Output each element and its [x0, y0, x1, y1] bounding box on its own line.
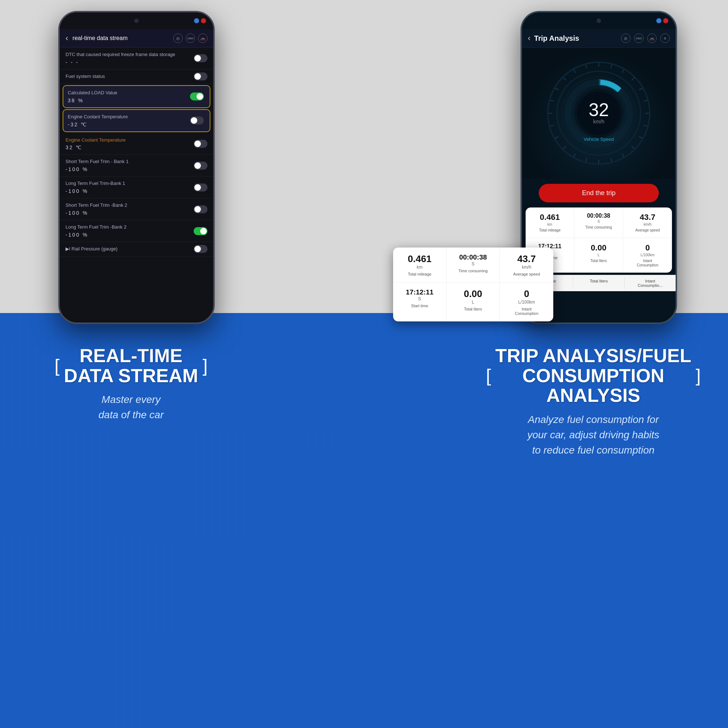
rts-item-dtc-value: - - -	[66, 59, 208, 65]
ta-title: Trip Analysis	[534, 34, 617, 43]
popup-mileage: 0.461 km Total mileage	[393, 248, 447, 283]
right-status-icons	[656, 18, 668, 23]
ta-car-icon[interactable]: 🚗	[647, 34, 657, 43]
left-phone: ‹ real-time data stream ◎ OBD 🚗 DTC that…	[58, 11, 215, 324]
stat-time-unit: S	[577, 219, 620, 223]
stat-mileage-unit: km	[529, 222, 571, 226]
rts-location-icon[interactable]: ◎	[173, 34, 183, 43]
bottom-left-caption: [ REAL-TIME DATA STREAM ] Master everyda…	[29, 346, 233, 423]
stat-liters-label: Total liters	[577, 259, 620, 263]
speedometer-container: 32 km/h Vehicle Speed	[522, 48, 676, 179]
svg-text:Vehicle Speed: Vehicle Speed	[583, 136, 614, 142]
rts-item-st-b2-toggle[interactable]	[194, 205, 208, 213]
bottom-right-caption: [ TRIP ANALYSIS/FUEL CONSUMPTION ANALYSI…	[480, 346, 706, 458]
svg-line-12	[611, 158, 612, 162]
stat-speed-unit: km/h	[626, 222, 669, 226]
stat-liters-unit: L	[577, 253, 620, 257]
popup-mileage-val: 0.461	[398, 253, 442, 265]
left-title-line1: REAL-TIME	[64, 346, 198, 366]
left-bracket-open: [	[55, 357, 60, 375]
rts-item-coolant-label: Engine Coolant Temperature	[68, 114, 205, 120]
left-title-line2: DATA STREAM	[64, 366, 198, 386]
ta-location-icon[interactable]: ◎	[621, 34, 630, 43]
right-camera-icon	[596, 18, 601, 23]
end-trip-button[interactable]: End the trip	[539, 184, 658, 202]
svg-line-14	[586, 158, 587, 162]
rts-item-coolant2: Engine Coolant Temperature 32 ℃	[60, 133, 213, 155]
left-caption-desc: Master everydata of the car	[29, 392, 233, 423]
rts-item-calc-load-toggle[interactable]	[190, 92, 204, 101]
rts-item-calc-load-value: 38 %	[68, 98, 205, 103]
page-layout: ‹ real-time data stream ◎ OBD 🚗 DTC that…	[0, 0, 728, 728]
rts-obd-icon[interactable]: OBD	[186, 34, 195, 43]
rts-item-lt-b2-value: -100 %	[66, 232, 208, 238]
rts-item-lt-b2-toggle[interactable]	[194, 227, 208, 235]
rts-item-fuel-sys: Fuel system status	[60, 70, 213, 84]
rts-item-coolant-value: -32 ℃	[68, 122, 205, 127]
right-title-line3: ANALYSIS	[496, 385, 691, 405]
left-status-icons	[194, 18, 206, 23]
popup-consump-val: 0	[504, 288, 549, 300]
svg-line-24	[586, 65, 587, 69]
rts-item-fuel-sys-label: Fuel system status	[66, 73, 208, 80]
svg-line-8	[644, 125, 648, 126]
ta-obd-icon[interactable]: OBD	[634, 34, 644, 43]
rts-back-icon[interactable]: ‹	[66, 34, 68, 43]
stat-consumption: 0 L/100km IntantConsumption	[623, 238, 672, 273]
rts-item-lt-b1: Long Term Fuel Trim-Bank 1 -100 %	[60, 177, 213, 198]
rts-item-coolant2-toggle[interactable]	[194, 140, 208, 148]
svg-line-6	[644, 100, 648, 101]
right-status-blue	[656, 18, 661, 23]
popup-liters-val: 0.00	[451, 288, 496, 300]
ta-header: ‹ Trip Analysis ◎ OBD 🚗 ≡	[522, 29, 676, 48]
left-phone-wrapper: ‹ real-time data stream ◎ OBD 🚗 DTC that…	[58, 11, 215, 324]
popup-start-unit: S	[398, 296, 442, 301]
rts-item-st-b1: Short Term Fuel Trim - Bank 1 -100 %	[60, 155, 213, 177]
svg-line-10	[632, 146, 635, 149]
popup-liters-lbl: Total liters	[451, 307, 496, 311]
rts-item-fuel-sys-toggle[interactable]	[194, 72, 208, 80]
svg-line-21	[555, 88, 558, 90]
svg-text:km/h: km/h	[593, 119, 604, 124]
footer-consump-label: IntantConsumptio...	[625, 277, 676, 289]
svg-line-16	[563, 146, 566, 149]
ta-menu-icon[interactable]: ≡	[660, 34, 670, 43]
right-title-line1: TRIP ANALYSIS/FUEL	[496, 346, 691, 366]
stat-time: 00:00:38 S Time consuming	[574, 208, 623, 238]
right-bracket-open: [	[486, 367, 491, 385]
svg-line-23	[574, 70, 575, 73]
svg-line-3	[622, 70, 624, 73]
popup-speed-val: 43.7	[504, 253, 549, 265]
popup-start-val: 17:12:11	[398, 288, 442, 296]
right-status-red	[663, 18, 668, 23]
rts-item-st-b1-label: Short Term Fuel Trim - Bank 1	[66, 159, 208, 165]
popup-mileage-lbl: Total mileage	[398, 272, 442, 276]
rts-item-st-b2: Short Term Fuel Trim -Bank 2 -100 %	[60, 198, 213, 220]
stat-time-value: 00:00:38	[577, 213, 620, 219]
popup-speed: 43.7 km/h Average speed	[500, 248, 553, 283]
status-red-dot	[201, 18, 206, 23]
rts-item-st-b1-value: -100 %	[66, 166, 208, 172]
svg-line-11	[622, 154, 624, 157]
rts-item-st-b2-value: -100 %	[66, 210, 208, 216]
ta-back-icon[interactable]: ‹	[528, 34, 530, 43]
popup-mileage-unit: km	[398, 265, 442, 270]
rts-item-lt-b1-label: Long Term Fuel Trim-Bank 1	[66, 180, 208, 187]
speedometer-svg: 32 km/h Vehicle Speed	[544, 59, 653, 168]
right-title-line2: CONSUMPTION	[496, 366, 691, 386]
popup-time-val: 00:00:38	[451, 253, 496, 262]
right-caption-desc: Analyze fuel consumption foryour car, ad…	[480, 412, 706, 458]
rts-item-coolant-toggle[interactable]	[190, 116, 204, 124]
rts-item-coolant2-label: Engine Coolant Temperature	[66, 137, 208, 144]
rts-header: ‹ real-time data stream ◎ OBD 🚗	[60, 29, 213, 48]
right-bracket-close: ]	[696, 367, 701, 385]
popup-speed-unit: km/h	[504, 265, 549, 270]
rts-item-lt-b1-toggle[interactable]	[194, 184, 208, 191]
rts-item-dtc-label: DTC that caused required freeze frame da…	[66, 52, 208, 58]
rts-car-icon[interactable]: 🚗	[198, 34, 208, 43]
rts-item-rail-toggle[interactable]	[194, 245, 208, 253]
stat-mileage-label: Total mileage	[529, 228, 571, 232]
rts-item-st-b1-toggle[interactable]	[194, 162, 208, 170]
right-bracket-row: [ TRIP ANALYSIS/FUEL CONSUMPTION ANALYSI…	[480, 346, 706, 405]
rts-item-dtc-toggle[interactable]	[194, 54, 208, 62]
